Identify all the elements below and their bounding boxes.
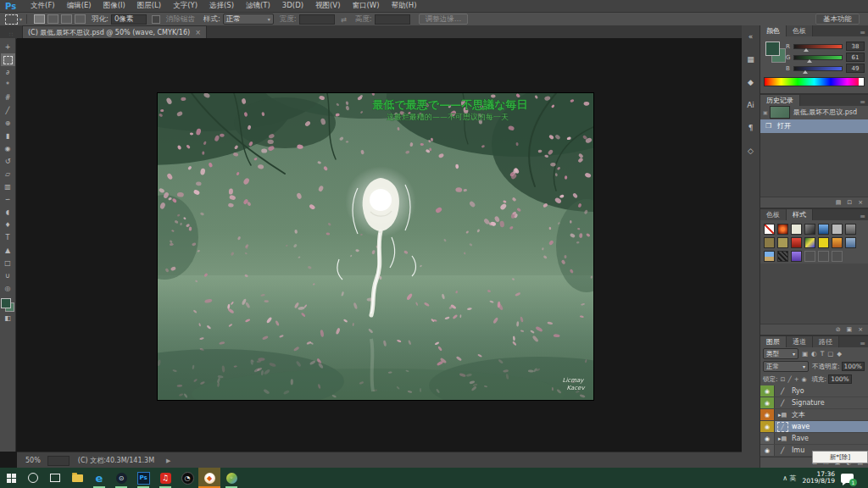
layer-filter-dropdown[interactable]: 类型 ▾ — [763, 348, 798, 359]
menu-item-7[interactable]: 3D(D) — [276, 1, 309, 11]
style-swatch-11[interactable] — [818, 237, 829, 248]
style-swatch-0[interactable] — [764, 224, 775, 235]
tool-preset-arrow-icon[interactable]: ▾ — [19, 16, 22, 22]
menu-item-5[interactable]: 选择(S) — [203, 1, 240, 11]
red-value-field[interactable]: 38 — [846, 42, 865, 51]
history-state-open[interactable]: ❒ 打开 — [760, 119, 868, 133]
layer-filter-icon-4[interactable]: ◆ — [837, 350, 842, 358]
paint-app-icon[interactable]: ◦ — [220, 468, 242, 488]
panel-menu-icon[interactable]: ≡ — [860, 213, 868, 220]
hand-tool[interactable]: ∪ — [1, 269, 15, 282]
style-swatch-18[interactable] — [818, 251, 829, 262]
green-value-field[interactable]: 61 — [846, 53, 865, 62]
visibility-eye-icon[interactable]: ◉ — [760, 409, 775, 420]
paragraph-icon[interactable]: ¶ — [743, 120, 759, 136]
menu-item-0[interactable]: 文件(F) — [25, 1, 61, 11]
pen-tool[interactable]: ♦ — [1, 219, 15, 231]
styles-foot-icon-2[interactable]: × — [858, 326, 863, 333]
opacity-field[interactable]: 100% — [842, 362, 865, 371]
document-tab[interactable]: (C) 最低,最坏不思议.psd @ 50% (wave, CMYK/16) × — [22, 25, 207, 38]
visibility-eye-icon[interactable]: ◉ — [760, 385, 775, 396]
taskbar-clock[interactable]: 17:36 2019/8/19 — [803, 471, 835, 485]
shape-tool[interactable]: □ — [1, 257, 15, 269]
height-input[interactable] — [375, 14, 410, 25]
style-swatch-8[interactable] — [777, 237, 788, 248]
cortana-button[interactable] — [22, 468, 44, 488]
intersect-selection-mode-icon[interactable] — [75, 14, 86, 24]
foreground-color-box[interactable] — [765, 42, 780, 56]
feather-input[interactable]: 0像素 — [111, 14, 147, 25]
menu-item-8[interactable]: 视图(V) — [309, 1, 346, 11]
history-foot-icon-1[interactable]: ⊡ — [847, 199, 852, 206]
layer-row-Rave[interactable]: ◉▸▤Rave — [760, 433, 868, 445]
status-field[interactable] — [47, 456, 70, 466]
panel-menu-icon[interactable]: ≡ — [860, 29, 868, 36]
style-swatch-2[interactable] — [791, 224, 802, 235]
collapse-panels-icon[interactable]: « — [743, 29, 759, 44]
netease-music-icon[interactable]: ♫ — [154, 468, 176, 488]
style-swatch-14[interactable] — [764, 251, 775, 262]
width-input[interactable] — [299, 14, 335, 25]
blend-mode-dropdown[interactable]: 正常 ▾ — [763, 361, 809, 372]
history-brush-tool[interactable]: ↺ — [1, 155, 15, 168]
clone-stamp-tool[interactable]: ◉ — [1, 142, 15, 155]
status-arrow-icon[interactable]: ▶ — [166, 458, 170, 464]
flame-app-icon[interactable]: ◆ — [198, 468, 220, 488]
styles-foot-icon-0[interactable]: ⊘ — [836, 326, 841, 333]
style-swatch-13[interactable] — [845, 237, 856, 248]
eyedropper-tool[interactable]: ╱ — [1, 104, 15, 117]
panel-menu-icon[interactable]: ≡ — [860, 98, 868, 106]
blue-slider[interactable] — [793, 66, 843, 71]
panel-menu-icon[interactable]: ≡ — [860, 340, 868, 347]
close-icon[interactable]: × — [195, 29, 201, 36]
libraries-icon[interactable]: Ai — [743, 97, 759, 113]
adjustments-icon[interactable]: ▦ — [743, 52, 759, 67]
tab-paths[interactable]: 路径 — [813, 336, 839, 347]
antialias-checkbox[interactable] — [152, 15, 160, 24]
tab-channels[interactable]: 通道 — [787, 336, 813, 347]
layer-filter-icon-2[interactable]: T — [821, 350, 825, 358]
menu-item-9[interactable]: 窗口(W) — [346, 1, 385, 11]
photoshop-icon[interactable]: Ps — [132, 468, 154, 488]
zoom-level-field[interactable]: 50% — [25, 457, 41, 464]
new-selection-mode-icon[interactable] — [34, 14, 45, 24]
history-snapshot-row[interactable]: ▣ 最低,最坏不思议.psd — [760, 106, 868, 119]
style-swatch-1[interactable] — [777, 224, 788, 235]
style-swatch-3[interactable] — [804, 224, 815, 235]
menu-item-4[interactable]: 文字(Y) — [167, 1, 203, 11]
layer-filter-icon-1[interactable]: ◐ — [811, 350, 817, 358]
style-swatch-6[interactable] — [845, 224, 856, 235]
quick-mask-button[interactable]: ◧ — [1, 312, 15, 324]
style-dropdown[interactable]: 正常 ▾ — [223, 14, 274, 25]
marquee-tool[interactable] — [1, 53, 15, 66]
fill-field[interactable]: 100% — [828, 374, 851, 384]
visibility-eye-icon[interactable]: ◉ — [760, 421, 775, 432]
menu-item-3[interactable]: 图层(L) — [131, 1, 167, 11]
gradient-tool[interactable]: ▥ — [1, 180, 15, 193]
style-swatch-10[interactable] — [804, 237, 815, 248]
style-swatch-16[interactable] — [791, 251, 802, 262]
lock-icon-1[interactable]: ╱ — [787, 376, 791, 383]
style-swatch-4[interactable] — [818, 224, 829, 235]
tab-layers[interactable]: 图层 — [760, 336, 787, 347]
magic-wand-tool[interactable]: * — [1, 79, 15, 92]
steam-icon[interactable]: ⊙ — [110, 468, 132, 488]
green-slider[interactable] — [793, 55, 843, 60]
layer-filter-icon-3[interactable]: ▢ — [827, 350, 833, 358]
style-swatch-5[interactable] — [832, 224, 843, 235]
layer-row-wave[interactable]: ◉╱wave — [760, 421, 868, 433]
styles-foot-icon-1[interactable]: ▣ — [847, 326, 853, 333]
zoom-tool[interactable]: ◎ — [1, 282, 15, 295]
lock-icon-0[interactable]: ⊡ — [781, 376, 786, 383]
history-foot-icon-0[interactable]: ▤ — [836, 199, 842, 206]
lasso-tool[interactable]: ∂ — [1, 66, 15, 79]
blue-value-field[interactable]: 49 — [846, 64, 865, 73]
visibility-eye-icon[interactable]: ◉ — [760, 397, 775, 408]
refine-edge-button[interactable]: 调整边缘… — [419, 14, 469, 25]
foreground-color-swatch[interactable] — [1, 298, 11, 308]
layer-row-文本[interactable]: ◉▸▤文本 — [760, 409, 868, 421]
add-selection-mode-icon[interactable] — [47, 14, 58, 24]
tab-swatches2[interactable]: 色板 — [760, 209, 787, 220]
task-view-button[interactable] — [44, 468, 66, 488]
3d-icon[interactable]: ◇ — [743, 143, 759, 158]
